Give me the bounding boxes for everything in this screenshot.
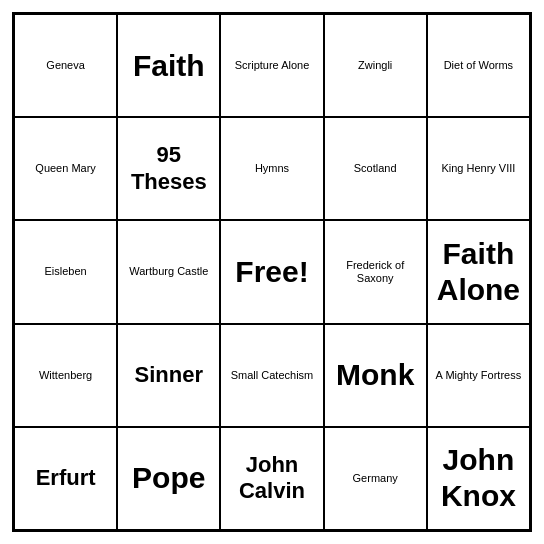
bingo-card: GenevaFaithScripture AloneZwingliDiet of… (12, 12, 532, 532)
cell-5: Queen Mary (14, 117, 117, 220)
cell-8: Scotland (324, 117, 427, 220)
cell-3: Zwingli (324, 14, 427, 117)
cell-4: Diet of Worms (427, 14, 530, 117)
cell-20: Erfurt (14, 427, 117, 530)
cell-16: Sinner (117, 324, 220, 427)
cell-19: A Mighty Fortress (427, 324, 530, 427)
cell-0: Geneva (14, 14, 117, 117)
cell-7: Hymns (220, 117, 323, 220)
cell-2: Scripture Alone (220, 14, 323, 117)
cell-23: Germany (324, 427, 427, 530)
cell-22: John Calvin (220, 427, 323, 530)
cell-10: Eisleben (14, 220, 117, 323)
cell-17: Small Catechism (220, 324, 323, 427)
cell-13: Frederick of Saxony (324, 220, 427, 323)
cell-1: Faith (117, 14, 220, 117)
cell-14: Faith Alone (427, 220, 530, 323)
cell-6: 95 Theses (117, 117, 220, 220)
cell-12: Free! (220, 220, 323, 323)
cell-15: Wittenberg (14, 324, 117, 427)
cell-18: Monk (324, 324, 427, 427)
cell-9: King Henry VIII (427, 117, 530, 220)
cell-21: Pope (117, 427, 220, 530)
cell-11: Wartburg Castle (117, 220, 220, 323)
cell-24: John Knox (427, 427, 530, 530)
